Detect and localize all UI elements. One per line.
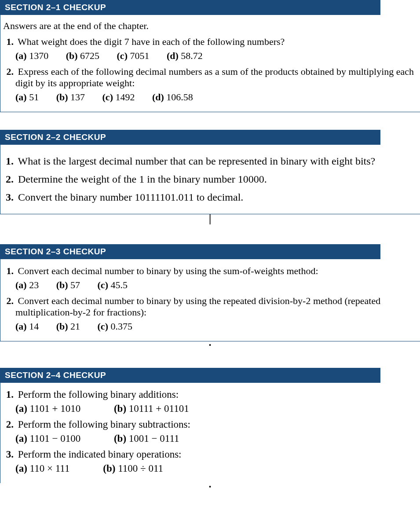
question-text: Convert each decimal number to binary by… xyxy=(18,265,318,276)
option-label: (d) xyxy=(167,50,179,61)
options-row: (a) 1370 (b) 6725 (c) 7051 (d) 58.72 xyxy=(15,50,417,62)
option-label: (b) xyxy=(56,321,68,332)
option: (d) 106.58 xyxy=(152,92,193,103)
option-value: 10111 + 01101 xyxy=(129,403,189,414)
option: (a) 1101 − 0100 xyxy=(15,433,80,444)
option: (b) 6725 xyxy=(66,50,99,62)
section-body: Answers are at the end of the chapter. 1… xyxy=(0,15,420,112)
option-value: 137 xyxy=(70,92,85,103)
question: 1. Perform the following binary addition… xyxy=(15,389,417,400)
option: (b) 137 xyxy=(56,92,85,103)
section-header: SECTION 2–2 CHECKUP xyxy=(0,130,380,145)
option-label: (b) xyxy=(103,463,115,474)
option: (b) 21 xyxy=(56,321,80,332)
option-value: 110 × 111 xyxy=(30,463,70,474)
section-2-4: SECTION 2–4 CHECKUP 1. Perform the follo… xyxy=(0,368,420,492)
section-body: 1. Perform the following binary addition… xyxy=(0,383,420,483)
chapter-note: Answers are at the end of the chapter. xyxy=(3,20,417,32)
question-text: What is the largest decimal number that … xyxy=(18,155,376,167)
option-label: (b) xyxy=(66,50,78,61)
dot-mark-icon: • xyxy=(0,483,420,492)
question-text: What weight does the digit 7 have in eac… xyxy=(18,36,285,47)
section-box: SECTION 2–1 CHECKUP Answers are at the e… xyxy=(0,0,420,112)
question-text: Perform the following binary subtraction… xyxy=(18,419,190,430)
question-text: Express each of the following decimal nu… xyxy=(15,66,414,88)
option-label: (c) xyxy=(98,279,108,290)
options-row: (a) 51 (b) 137 (c) 1492 (d) 106.58 xyxy=(15,92,417,103)
option: (a) 1370 xyxy=(15,50,48,62)
option-value: 1492 xyxy=(115,92,135,103)
option-value: 6725 xyxy=(80,50,99,61)
options-row: (a) 23 (b) 57 (c) 45.5 xyxy=(15,279,417,291)
option-label: (a) xyxy=(15,50,27,61)
option-label: (a) xyxy=(15,321,27,332)
question-text: Convert the binary number 10111101.011 t… xyxy=(18,191,243,203)
option: (c) 0.375 xyxy=(98,321,132,332)
option-label: (b) xyxy=(114,403,126,414)
question: 2. Determine the weight of the 1 in the … xyxy=(15,173,417,185)
question: 3. Convert the binary number 10111101.01… xyxy=(15,191,417,203)
option-value: 1101 − 0100 xyxy=(30,433,81,444)
option-label: (a) xyxy=(15,463,27,474)
option-label: (a) xyxy=(15,92,27,103)
question-number: 2. xyxy=(3,173,14,185)
option-value: 45.5 xyxy=(110,279,128,290)
question-number: 2. xyxy=(3,295,14,307)
option-value: 57 xyxy=(70,279,80,290)
option: (c) 45.5 xyxy=(98,279,128,291)
question: 2. Convert each decimal number to binary… xyxy=(15,295,417,318)
option-value: 23 xyxy=(29,279,39,290)
option-label: (c) xyxy=(117,50,128,61)
option: (a) 23 xyxy=(15,279,39,291)
option: (c) 1492 xyxy=(102,92,135,103)
option: (d) 58.72 xyxy=(167,50,203,62)
question: 2. Express each of the following decimal… xyxy=(15,66,417,89)
options-row: (a) 110 × 111 (b) 1100 ÷ 011 xyxy=(15,463,417,474)
option-value: 1370 xyxy=(29,50,48,61)
question-text: Convert each decimal number to binary by… xyxy=(15,295,380,318)
option-value: 1001 − 0111 xyxy=(129,433,179,444)
options-row: (a) 1101 + 1010 (b) 10111 + 01101 xyxy=(15,403,417,414)
question-number: 1. xyxy=(3,265,14,277)
question-number: 1. xyxy=(3,36,14,48)
question-number: 2. xyxy=(3,66,14,77)
section-2-3: SECTION 2–3 CHECKUP 1. Convert each deci… xyxy=(0,244,420,350)
option: (a) 14 xyxy=(15,321,39,332)
option: (b) 1001 − 0111 xyxy=(114,433,179,444)
option-label: (c) xyxy=(102,92,113,103)
question: 1. What is the largest decimal number th… xyxy=(15,155,417,167)
question: 1. Convert each decimal number to binary… xyxy=(15,265,417,277)
option-label: (b) xyxy=(114,433,126,444)
section-box: SECTION 2–2 CHECKUP 1. What is the large… xyxy=(0,130,420,214)
option-value: 1101 + 1010 xyxy=(30,403,81,414)
option-value: 58.72 xyxy=(181,50,203,61)
option-label: (b) xyxy=(56,92,68,103)
section-2-2: SECTION 2–2 CHECKUP 1. What is the large… xyxy=(0,130,420,227)
section-header: SECTION 2–3 CHECKUP xyxy=(0,244,380,259)
section-box: SECTION 2–4 CHECKUP 1. Perform the follo… xyxy=(0,368,420,483)
option-value: 51 xyxy=(29,92,39,103)
option-label: (b) xyxy=(56,279,68,290)
section-box: SECTION 2–3 CHECKUP 1. Convert each deci… xyxy=(0,244,420,341)
question-text: Perform the following binary additions: xyxy=(18,389,179,400)
question-number: 2. xyxy=(3,419,14,430)
question: 2. Perform the following binary subtract… xyxy=(15,419,417,430)
section-2-1: SECTION 2–1 CHECKUP Answers are at the e… xyxy=(0,0,420,112)
option-label: (d) xyxy=(152,92,164,103)
option-value: 1100 ÷ 011 xyxy=(118,463,163,474)
option: (b) 10111 + 01101 xyxy=(114,403,189,414)
option-value: 7051 xyxy=(130,50,149,61)
option: (a) 110 × 111 xyxy=(15,463,70,474)
options-row: (a) 14 (b) 21 (c) 0.375 xyxy=(15,321,417,332)
option-value: 21 xyxy=(70,321,80,332)
option: (b) 1100 ÷ 011 xyxy=(103,463,163,474)
section-body: 1. What is the largest decimal number th… xyxy=(0,145,420,214)
section-header: SECTION 2–1 CHECKUP xyxy=(0,0,380,15)
question-text: Determine the weight of the 1 in the bin… xyxy=(18,173,267,185)
cursor-mark-icon: | xyxy=(0,214,420,227)
section-header: SECTION 2–4 CHECKUP xyxy=(0,368,380,383)
question-number: 3. xyxy=(3,191,14,203)
option-value: 14 xyxy=(29,321,39,332)
option: (b) 57 xyxy=(56,279,80,291)
option: (c) 7051 xyxy=(117,50,150,62)
